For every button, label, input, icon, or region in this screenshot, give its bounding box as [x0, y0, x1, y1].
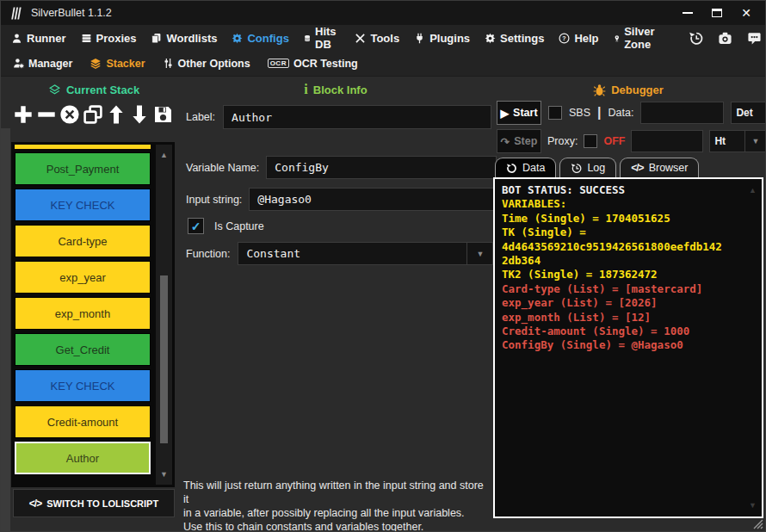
output-line: TK2 (Single) = 187362472	[502, 268, 755, 281]
menu-item-help[interactable]: Help	[559, 32, 598, 45]
stack-block-item[interactable]: exp_year	[15, 261, 151, 294]
debugger-row-1: ▶Start SBS | Data: Det ▼	[497, 101, 766, 125]
is-capture-row: ✓ Is Capture	[188, 218, 264, 234]
save-floppy-icon	[152, 104, 173, 125]
code-icon: </>	[29, 498, 41, 510]
switch-to-loliscript-button[interactable]: </> SWITCH TO LOLISCRIPT	[13, 489, 175, 517]
label-row: Label:	[186, 105, 491, 129]
proxy-label: Proxy:	[547, 135, 578, 147]
stack-block-item[interactable]: Post_Payment	[15, 152, 151, 185]
output-line: Time (Single) = 1704051625	[502, 212, 755, 226]
submenu-item-ocr-testing[interactable]: OCROCR Testing	[268, 58, 358, 70]
step-button[interactable]: ↷Step	[497, 129, 541, 153]
step-arrow-icon: ↷	[501, 135, 510, 148]
data-mode-value: Det	[732, 107, 766, 119]
close-button[interactable]: ✕	[741, 7, 751, 19]
proxy-input[interactable]	[631, 130, 703, 152]
stacker-icon	[90, 58, 102, 70]
window-title: SilverBullet 1.1.2	[31, 7, 112, 19]
tab-data[interactable]: Data	[495, 158, 556, 177]
proxy-checkbox[interactable]	[584, 134, 597, 148]
is-capture-checkbox[interactable]: ✓	[188, 218, 204, 234]
menu-item-configs[interactable]: Configs	[232, 32, 288, 45]
resize-grip[interactable]	[752, 518, 763, 529]
remove-block-button[interactable]	[36, 104, 57, 125]
minimize-button[interactable]	[683, 12, 693, 14]
move-up-button[interactable]	[106, 104, 127, 125]
menu-item-plugins[interactable]: Plugins	[414, 32, 470, 45]
sbs-checkbox[interactable]	[548, 106, 562, 120]
data-input[interactable]	[640, 102, 724, 124]
menu-item-settings[interactable]: Settings	[485, 32, 544, 45]
clear-stack-button[interactable]	[59, 104, 80, 125]
add-block-button[interactable]	[13, 104, 34, 125]
save-stack-button[interactable]	[152, 104, 173, 125]
configs-gear-icon	[232, 33, 243, 44]
stack-toolbar	[13, 99, 173, 130]
stack-items: Post_Payment KEY CHECK Card-type exp_yea…	[15, 145, 151, 478]
stack-block-item[interactable]: KEY CHECK	[15, 189, 151, 221]
label-input[interactable]	[223, 105, 491, 129]
output-line: exp_month (List) = [12]	[502, 311, 755, 325]
output-line: ConfigBy (Single) = @Hagaso0	[502, 338, 755, 352]
output-scroll-down-icon[interactable]: ▼	[749, 501, 757, 510]
variable-name-row: Variable Name:	[186, 156, 497, 179]
block-description: This will just return anything written i…	[183, 479, 490, 532]
function-caption: Function:	[186, 248, 230, 260]
wordlists-icon	[151, 33, 162, 44]
input-string-input[interactable]	[249, 188, 495, 211]
menu-item-hits-db[interactable]: Hits DB	[304, 25, 341, 51]
maximize-button[interactable]	[712, 9, 722, 17]
screenshot-button[interactable]	[718, 31, 732, 46]
data-mode-select[interactable]: Det ▼	[731, 102, 766, 124]
stack-block-item[interactable]: KEY CHECK	[15, 369, 151, 402]
output-line: Card-type (List) = [mastercard]	[502, 282, 755, 296]
tab-log[interactable]: Log	[559, 158, 616, 177]
stack-block-item[interactable]: Card-type	[15, 225, 151, 257]
submenu-item-manager[interactable]: Manager	[13, 58, 72, 70]
menu-item-runner[interactable]: Runner	[11, 32, 66, 45]
submenu-item-other-options[interactable]: Other Options	[163, 58, 250, 70]
tab-browser[interactable]: </> Browser	[620, 158, 699, 177]
discord-icon	[747, 31, 762, 46]
stack-block-item[interactable]: Get_Credit	[15, 333, 151, 366]
duplicate-block-button[interactable]	[83, 104, 103, 125]
scroll-down-arrow-icon[interactable]: ▼	[156, 467, 172, 481]
menu-item-proxies[interactable]: Proxies	[81, 32, 137, 45]
menu-item-tools[interactable]: Tools	[355, 32, 399, 45]
debugger-output[interactable]: BOT STATUS: SUCCESS VARIABLES: Time (Sin…	[493, 177, 763, 518]
move-down-button[interactable]	[129, 104, 150, 125]
stack-block-item[interactable]	[15, 145, 151, 149]
start-button[interactable]: ▶Start	[497, 101, 541, 125]
proxy-status: OFF	[603, 135, 625, 147]
variable-name-caption: Variable Name:	[186, 162, 259, 174]
proxies-icon	[81, 33, 92, 44]
stack-list-scrollbar[interactable]: ▲ ▼	[156, 145, 172, 485]
output-line: BOT STATUS: SUCCESS	[502, 183, 755, 197]
submenu-item-stacker[interactable]: Stacker	[90, 58, 145, 70]
stack-block-item[interactable]: exp_month	[15, 297, 151, 330]
stack-block-item[interactable]: Author	[15, 442, 151, 474]
plug-icon	[414, 33, 425, 44]
location-pin-icon	[614, 33, 621, 44]
help-icon	[559, 33, 570, 44]
menu-item-silver-zone[interactable]: Silver Zone	[614, 25, 659, 51]
history-button[interactable]	[689, 31, 703, 46]
function-select[interactable]: Constant ▼	[238, 242, 493, 265]
stack-block-item[interactable]: Credit-amount	[15, 405, 151, 438]
scrollbar-thumb[interactable]	[160, 275, 168, 443]
chevron-down-icon[interactable]: ▼	[744, 131, 765, 152]
output-scroll-up-icon[interactable]: ▲	[749, 186, 757, 195]
discord-button[interactable]	[747, 31, 762, 46]
function-selected-value: Constant	[238, 247, 466, 260]
tools-icon	[355, 33, 366, 44]
copy-icon	[83, 104, 103, 125]
sliders-icon	[163, 58, 174, 69]
variable-name-input[interactable]	[266, 156, 497, 179]
output-line: exp_year (List) = [2026]	[502, 296, 755, 310]
app-logo-icon	[9, 6, 24, 21]
menu-item-wordlists[interactable]: Wordlists	[151, 32, 217, 45]
scroll-up-arrow-icon[interactable]: ▲	[156, 148, 172, 162]
proxy-mode-select[interactable]: Ht ▼	[709, 130, 766, 152]
chevron-down-icon[interactable]: ▼	[466, 243, 492, 264]
